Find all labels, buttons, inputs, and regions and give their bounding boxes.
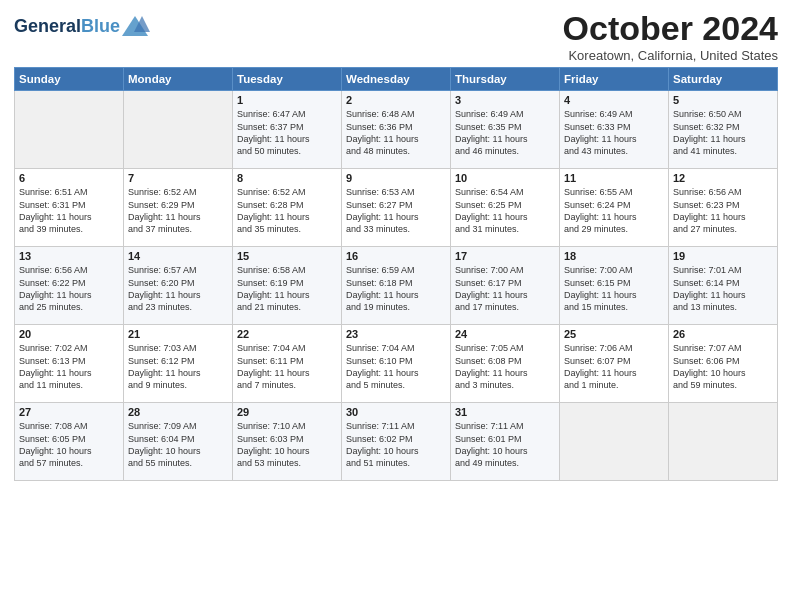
calendar-cell: 22Sunrise: 7:04 AM Sunset: 6:11 PM Dayli…: [233, 325, 342, 403]
cell-content: Sunrise: 7:05 AM Sunset: 6:08 PM Dayligh…: [455, 342, 555, 391]
day-header-friday: Friday: [560, 68, 669, 91]
day-number: 8: [237, 172, 337, 184]
day-header-monday: Monday: [124, 68, 233, 91]
calendar-cell: 21Sunrise: 7:03 AM Sunset: 6:12 PM Dayli…: [124, 325, 233, 403]
day-number: 9: [346, 172, 446, 184]
calendar-cell: 27Sunrise: 7:08 AM Sunset: 6:05 PM Dayli…: [15, 403, 124, 481]
calendar-cell: 15Sunrise: 6:58 AM Sunset: 6:19 PM Dayli…: [233, 247, 342, 325]
cell-content: Sunrise: 7:11 AM Sunset: 6:01 PM Dayligh…: [455, 420, 555, 469]
cell-content: Sunrise: 7:06 AM Sunset: 6:07 PM Dayligh…: [564, 342, 664, 391]
cell-content: Sunrise: 6:51 AM Sunset: 6:31 PM Dayligh…: [19, 186, 119, 235]
day-header-tuesday: Tuesday: [233, 68, 342, 91]
calendar-cell: 8Sunrise: 6:52 AM Sunset: 6:28 PM Daylig…: [233, 169, 342, 247]
calendar-cell: [560, 403, 669, 481]
day-number: 16: [346, 250, 446, 262]
calendar-cell: 24Sunrise: 7:05 AM Sunset: 6:08 PM Dayli…: [451, 325, 560, 403]
cell-content: Sunrise: 7:07 AM Sunset: 6:06 PM Dayligh…: [673, 342, 773, 391]
day-number: 6: [19, 172, 119, 184]
cell-content: Sunrise: 7:02 AM Sunset: 6:13 PM Dayligh…: [19, 342, 119, 391]
day-number: 10: [455, 172, 555, 184]
calendar-cell: 13Sunrise: 6:56 AM Sunset: 6:22 PM Dayli…: [15, 247, 124, 325]
calendar-cell: 31Sunrise: 7:11 AM Sunset: 6:01 PM Dayli…: [451, 403, 560, 481]
day-number: 21: [128, 328, 228, 340]
day-number: 12: [673, 172, 773, 184]
day-number: 2: [346, 94, 446, 106]
calendar-cell: 23Sunrise: 7:04 AM Sunset: 6:10 PM Dayli…: [342, 325, 451, 403]
calendar-cell: 9Sunrise: 6:53 AM Sunset: 6:27 PM Daylig…: [342, 169, 451, 247]
calendar-cell: 28Sunrise: 7:09 AM Sunset: 6:04 PM Dayli…: [124, 403, 233, 481]
day-number: 19: [673, 250, 773, 262]
cell-content: Sunrise: 6:48 AM Sunset: 6:36 PM Dayligh…: [346, 108, 446, 157]
calendar-cell: [124, 91, 233, 169]
day-number: 17: [455, 250, 555, 262]
logo-text: GeneralBlue: [14, 17, 120, 37]
calendar-cell: 17Sunrise: 7:00 AM Sunset: 6:17 PM Dayli…: [451, 247, 560, 325]
cell-content: Sunrise: 6:55 AM Sunset: 6:24 PM Dayligh…: [564, 186, 664, 235]
day-header-saturday: Saturday: [669, 68, 778, 91]
calendar-cell: 11Sunrise: 6:55 AM Sunset: 6:24 PM Dayli…: [560, 169, 669, 247]
day-number: 15: [237, 250, 337, 262]
week-row-4: 20Sunrise: 7:02 AM Sunset: 6:13 PM Dayli…: [15, 325, 778, 403]
cell-content: Sunrise: 6:58 AM Sunset: 6:19 PM Dayligh…: [237, 264, 337, 313]
day-number: 11: [564, 172, 664, 184]
month-title: October 2024: [563, 10, 778, 47]
header: GeneralBlue October 2024 Koreatown, Cali…: [14, 10, 778, 63]
day-number: 23: [346, 328, 446, 340]
calendar-cell: 19Sunrise: 7:01 AM Sunset: 6:14 PM Dayli…: [669, 247, 778, 325]
title-section: October 2024 Koreatown, California, Unit…: [563, 10, 778, 63]
cell-content: Sunrise: 6:53 AM Sunset: 6:27 PM Dayligh…: [346, 186, 446, 235]
cell-content: Sunrise: 7:01 AM Sunset: 6:14 PM Dayligh…: [673, 264, 773, 313]
calendar-cell: 7Sunrise: 6:52 AM Sunset: 6:29 PM Daylig…: [124, 169, 233, 247]
cell-content: Sunrise: 6:59 AM Sunset: 6:18 PM Dayligh…: [346, 264, 446, 313]
day-header-thursday: Thursday: [451, 68, 560, 91]
cell-content: Sunrise: 7:00 AM Sunset: 6:17 PM Dayligh…: [455, 264, 555, 313]
calendar-cell: [669, 403, 778, 481]
cell-content: Sunrise: 7:09 AM Sunset: 6:04 PM Dayligh…: [128, 420, 228, 469]
day-number: 1: [237, 94, 337, 106]
cell-content: Sunrise: 6:49 AM Sunset: 6:33 PM Dayligh…: [564, 108, 664, 157]
cell-content: Sunrise: 6:52 AM Sunset: 6:28 PM Dayligh…: [237, 186, 337, 235]
calendar-cell: [15, 91, 124, 169]
calendar-cell: 3Sunrise: 6:49 AM Sunset: 6:35 PM Daylig…: [451, 91, 560, 169]
calendar-cell: 2Sunrise: 6:48 AM Sunset: 6:36 PM Daylig…: [342, 91, 451, 169]
day-number: 18: [564, 250, 664, 262]
calendar-cell: 18Sunrise: 7:00 AM Sunset: 6:15 PM Dayli…: [560, 247, 669, 325]
day-number: 13: [19, 250, 119, 262]
cell-content: Sunrise: 6:57 AM Sunset: 6:20 PM Dayligh…: [128, 264, 228, 313]
day-number: 20: [19, 328, 119, 340]
calendar-cell: 30Sunrise: 7:11 AM Sunset: 6:02 PM Dayli…: [342, 403, 451, 481]
calendar-cell: 25Sunrise: 7:06 AM Sunset: 6:07 PM Dayli…: [560, 325, 669, 403]
day-number: 4: [564, 94, 664, 106]
cell-content: Sunrise: 7:11 AM Sunset: 6:02 PM Dayligh…: [346, 420, 446, 469]
day-number: 31: [455, 406, 555, 418]
cell-content: Sunrise: 6:54 AM Sunset: 6:25 PM Dayligh…: [455, 186, 555, 235]
calendar-cell: 29Sunrise: 7:10 AM Sunset: 6:03 PM Dayli…: [233, 403, 342, 481]
calendar-cell: 14Sunrise: 6:57 AM Sunset: 6:20 PM Dayli…: [124, 247, 233, 325]
calendar-cell: 4Sunrise: 6:49 AM Sunset: 6:33 PM Daylig…: [560, 91, 669, 169]
week-row-5: 27Sunrise: 7:08 AM Sunset: 6:05 PM Dayli…: [15, 403, 778, 481]
logo-icon: [120, 14, 150, 40]
day-number: 28: [128, 406, 228, 418]
day-header-sunday: Sunday: [15, 68, 124, 91]
cell-content: Sunrise: 6:56 AM Sunset: 6:22 PM Dayligh…: [19, 264, 119, 313]
cell-content: Sunrise: 7:08 AM Sunset: 6:05 PM Dayligh…: [19, 420, 119, 469]
week-row-3: 13Sunrise: 6:56 AM Sunset: 6:22 PM Dayli…: [15, 247, 778, 325]
week-row-2: 6Sunrise: 6:51 AM Sunset: 6:31 PM Daylig…: [15, 169, 778, 247]
day-number: 14: [128, 250, 228, 262]
cell-content: Sunrise: 6:52 AM Sunset: 6:29 PM Dayligh…: [128, 186, 228, 235]
calendar-cell: 6Sunrise: 6:51 AM Sunset: 6:31 PM Daylig…: [15, 169, 124, 247]
day-number: 25: [564, 328, 664, 340]
calendar-cell: 20Sunrise: 7:02 AM Sunset: 6:13 PM Dayli…: [15, 325, 124, 403]
calendar-cell: 16Sunrise: 6:59 AM Sunset: 6:18 PM Dayli…: [342, 247, 451, 325]
day-number: 5: [673, 94, 773, 106]
day-number: 26: [673, 328, 773, 340]
calendar-table: SundayMondayTuesdayWednesdayThursdayFrid…: [14, 67, 778, 481]
calendar-cell: 5Sunrise: 6:50 AM Sunset: 6:32 PM Daylig…: [669, 91, 778, 169]
cell-content: Sunrise: 6:47 AM Sunset: 6:37 PM Dayligh…: [237, 108, 337, 157]
day-number: 27: [19, 406, 119, 418]
cell-content: Sunrise: 6:49 AM Sunset: 6:35 PM Dayligh…: [455, 108, 555, 157]
day-number: 30: [346, 406, 446, 418]
calendar-cell: 10Sunrise: 6:54 AM Sunset: 6:25 PM Dayli…: [451, 169, 560, 247]
cell-content: Sunrise: 6:50 AM Sunset: 6:32 PM Dayligh…: [673, 108, 773, 157]
cell-content: Sunrise: 7:10 AM Sunset: 6:03 PM Dayligh…: [237, 420, 337, 469]
